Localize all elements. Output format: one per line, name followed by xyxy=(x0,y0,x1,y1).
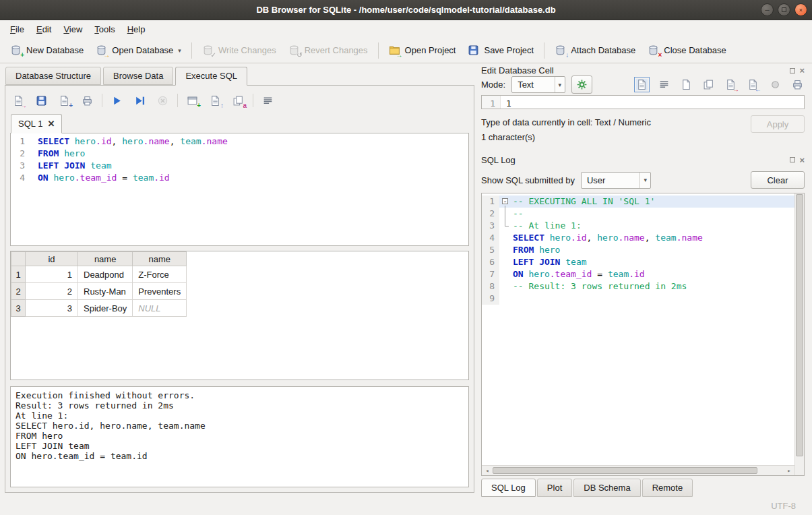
toolbar-button-label: Open Database xyxy=(112,45,173,55)
save-sql-file-as-icon[interactable]: + xyxy=(59,95,70,107)
new-database-icon: + xyxy=(10,44,22,56)
print-cell-icon[interactable] xyxy=(792,79,803,90)
chevron-down-icon[interactable]: ▾ xyxy=(178,47,181,54)
scroll-left-icon[interactable]: ◂ xyxy=(482,466,493,475)
execute-current-line-icon[interactable] xyxy=(134,95,146,107)
grid-cell[interactable]: Z-Force xyxy=(133,266,187,283)
cell-editor[interactable]: 1 1 xyxy=(481,95,805,109)
new-query-tab-icon[interactable]: + xyxy=(187,95,198,107)
scroll-right-icon[interactable]: ▸ xyxy=(784,466,794,475)
open-sql-file-icon[interactable]: → xyxy=(13,95,24,107)
line-number: 1 xyxy=(11,135,30,148)
export-to-file-icon[interactable]: → xyxy=(725,79,737,90)
row-header[interactable]: 3 xyxy=(11,300,26,317)
float-panel-icon[interactable] xyxy=(790,157,795,162)
print-icon[interactable] xyxy=(82,95,93,107)
save-sql-file-icon[interactable] xyxy=(36,95,47,107)
clear-button[interactable]: Clear xyxy=(751,171,805,189)
toolbar-new-database-button[interactable]: +New Database xyxy=(4,40,90,60)
grid-cell[interactable]: 1 xyxy=(26,266,78,283)
word-wrap-icon[interactable] xyxy=(658,79,670,90)
grid-cell[interactable]: Preventers xyxy=(133,283,187,300)
column-header-name[interactable]: name xyxy=(78,252,133,266)
execution-message: Execution finished without errors. Resul… xyxy=(10,386,469,487)
submitted-by-select[interactable]: User ▾ xyxy=(581,172,651,189)
sql-tab-close-icon[interactable]: ✕ xyxy=(47,119,55,128)
filter-label: Show SQL submitted by xyxy=(481,175,575,185)
menu-tools[interactable]: Tools xyxy=(88,22,121,36)
find-replace-icon[interactable]: a xyxy=(232,95,244,107)
cell-size-info: 1 character(s) xyxy=(481,130,744,145)
horizontal-scrollbar[interactable]: ◂ ▸ xyxy=(482,465,794,475)
bottom-tab-db-schema[interactable]: DB Schema xyxy=(573,479,640,497)
window-controls: ─ × xyxy=(761,3,807,16)
toolbar-attach-database-button[interactable]: ↓Attach Database xyxy=(549,40,642,60)
toolbar-open-project-button[interactable]: →Open Project xyxy=(383,40,462,60)
grid-cell[interactable]: 3 xyxy=(26,300,78,317)
sql-tab-bar: SQL 1 ✕ xyxy=(10,114,469,133)
auto-format-query-icon[interactable] xyxy=(262,95,274,107)
grid-cell[interactable]: 2 xyxy=(26,283,78,300)
menu-help[interactable]: Help xyxy=(121,22,152,36)
mode-select[interactable]: Text ▾ xyxy=(511,76,565,93)
vertical-scrollbar[interactable] xyxy=(794,193,804,465)
sql-log-lines[interactable]: 1--- EXECUTING ALL IN 'SQL 1'2--3-- At l… xyxy=(482,193,794,465)
line-number: 5 xyxy=(482,244,499,256)
set-as-null-icon[interactable] xyxy=(770,79,781,90)
column-header-id[interactable]: id xyxy=(26,252,78,266)
bottom-tab-sql-log[interactable]: SQL Log xyxy=(481,479,536,497)
titlebar[interactable]: DB Browser for SQLite - /home/user/code/… xyxy=(0,0,812,20)
edit-cell-title: Edit Database Cell xyxy=(481,65,790,75)
sql-tab-label: SQL 1 xyxy=(18,119,42,129)
tab-database-structure[interactable]: Database Structure xyxy=(5,67,101,85)
code-line: -- Result: 3 rows returned in 2ms xyxy=(511,280,794,293)
close-database-icon: × xyxy=(648,44,659,56)
edit-database-cell-dock: Edit Database Cell × Mode: Text ▾ →← xyxy=(480,65,806,148)
import-from-file-icon[interactable]: ← xyxy=(747,79,759,90)
column-header-name[interactable]: name xyxy=(133,252,187,266)
toolbar-button-label: Write Changes xyxy=(218,45,276,55)
apply-button: Apply xyxy=(751,115,805,133)
grid-cell[interactable]: Spider-Boy xyxy=(78,300,133,317)
open-in-external-editor-icon[interactable] xyxy=(681,79,692,90)
toolbar-close-database-button[interactable]: ×Close Database xyxy=(642,40,732,60)
fold-gutter xyxy=(499,232,511,244)
toolbar-open-database-button[interactable]: →Open Database▾ xyxy=(90,40,187,60)
code-line xyxy=(511,293,794,305)
float-panel-icon[interactable] xyxy=(790,68,795,73)
copy-cell-data-icon[interactable] xyxy=(703,79,714,90)
execution-message-text: Execution finished without errors. Resul… xyxy=(15,390,464,461)
tab-execute-sql[interactable]: Execute SQL xyxy=(175,67,247,86)
tab-browse-data[interactable]: Browse Data xyxy=(103,67,173,85)
code-line: SELECT hero.id, hero.name, team.name xyxy=(511,232,794,244)
fold-gutter xyxy=(499,293,511,305)
stop-icon[interactable] xyxy=(157,95,168,107)
grid-cell[interactable]: NULL xyxy=(133,300,187,317)
sql-editor[interactable]: 1SELECT hero.id, hero.name, team.name2FR… xyxy=(10,133,469,246)
grid-cell[interactable]: Rusty-Man xyxy=(78,283,133,300)
auto-switch-mode-button[interactable] xyxy=(571,75,592,94)
line-number: 9 xyxy=(482,293,499,305)
row-header[interactable]: 1 xyxy=(11,266,26,283)
grid-cell[interactable]: Deadpond xyxy=(78,266,133,283)
fold-collapse-icon[interactable]: - xyxy=(499,195,511,208)
minimize-icon[interactable]: ─ xyxy=(761,3,774,16)
close-panel-icon[interactable]: × xyxy=(799,156,805,164)
menu-view[interactable]: View xyxy=(57,22,88,36)
close-panel-icon[interactable]: × xyxy=(799,66,805,75)
view-as-text-icon[interactable] xyxy=(636,79,648,90)
toolbar-save-project-button[interactable]: Save Project xyxy=(462,40,540,60)
grid-corner xyxy=(11,252,26,266)
close-window-icon[interactable]: × xyxy=(794,3,807,16)
export-results-icon[interactable]: ↑ xyxy=(210,95,221,107)
sql-tab[interactable]: SQL 1 ✕ xyxy=(11,114,62,133)
execute-all-icon[interactable] xyxy=(111,95,123,107)
menu-edit[interactable]: Edit xyxy=(30,22,57,36)
scrollbar-thumb[interactable] xyxy=(493,467,757,474)
bottom-tab-remote[interactable]: Remote xyxy=(642,479,693,497)
bottom-tab-plot[interactable]: Plot xyxy=(537,479,572,497)
maximize-icon[interactable] xyxy=(778,3,790,16)
chevron-down-icon: ▾ xyxy=(555,77,562,92)
row-header[interactable]: 2 xyxy=(11,283,26,300)
menu-file[interactable]: File xyxy=(4,22,30,36)
